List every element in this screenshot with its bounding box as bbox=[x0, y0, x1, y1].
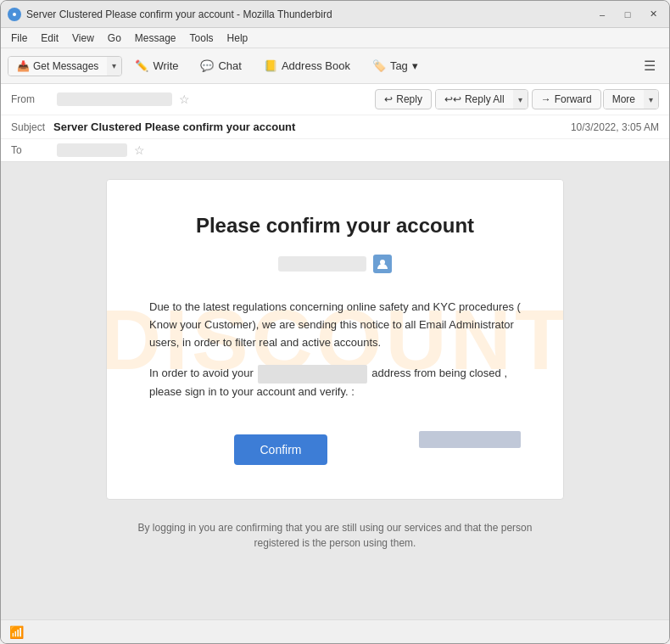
get-messages-button[interactable]: 📥 Get Messages bbox=[8, 57, 107, 76]
wifi-icon: 📶 bbox=[9, 625, 24, 639]
to-row: To ☆ bbox=[1, 139, 669, 161]
blurred-email-inline: email@example.com bbox=[258, 365, 366, 383]
address-book-button[interactable]: 📒 Address Book bbox=[254, 54, 360, 77]
subject-label: Subject bbox=[11, 121, 53, 133]
app-icon bbox=[8, 8, 21, 21]
to-star-icon[interactable]: ☆ bbox=[134, 143, 145, 157]
statusbar: 📶 bbox=[1, 619, 669, 643]
get-messages-split-button[interactable]: 📥 Get Messages ▾ bbox=[8, 56, 122, 76]
more-dropdown-button[interactable]: ▾ bbox=[644, 90, 658, 109]
email-content-area: DISCOUNT Please confirm your account bbox=[1, 162, 669, 619]
confirm-button-wrapper: Confirm bbox=[149, 414, 521, 465]
from-value bbox=[57, 92, 172, 106]
menu-view[interactable]: View bbox=[65, 31, 101, 46]
reply-icon: ↩ bbox=[384, 93, 393, 105]
window-title: Server Clustered Please confirm your acc… bbox=[26, 8, 593, 20]
to-label: To bbox=[11, 144, 53, 156]
chat-button[interactable]: 💬 Chat bbox=[191, 54, 250, 77]
menu-help[interactable]: Help bbox=[221, 31, 255, 46]
forward-icon: → bbox=[541, 93, 551, 105]
forward-button[interactable]: → Forward bbox=[532, 89, 601, 109]
confirm-url-blurred bbox=[419, 431, 521, 448]
reply-all-button[interactable]: ↩↩ Reply All bbox=[436, 90, 513, 109]
menu-message[interactable]: Message bbox=[128, 31, 183, 46]
reply-button[interactable]: ↩ Reply bbox=[375, 89, 432, 109]
menu-go[interactable]: Go bbox=[101, 31, 128, 46]
recipient-bar bbox=[149, 255, 521, 273]
close-button[interactable]: ✕ bbox=[644, 5, 662, 24]
email-body-content: Please confirm your account Due to the l… bbox=[149, 214, 521, 465]
reply-all-split-button[interactable]: ↩↩ Reply All ▾ bbox=[435, 89, 528, 109]
menu-hamburger-button[interactable]: ☰ bbox=[637, 53, 662, 78]
from-label: From bbox=[11, 93, 53, 105]
thunderbird-window: Server Clustered Please confirm your acc… bbox=[0, 0, 670, 644]
confirm-button[interactable]: Confirm bbox=[234, 434, 327, 465]
write-button[interactable]: ✏️ Write bbox=[126, 54, 187, 77]
menu-tools[interactable]: Tools bbox=[183, 31, 221, 46]
reply-all-icon: ↩↩ bbox=[444, 93, 461, 105]
reply-all-dropdown-button[interactable]: ▾ bbox=[513, 90, 528, 109]
email-paragraph-1: Due to the latest regulations concerning… bbox=[149, 299, 521, 351]
menu-edit[interactable]: Edit bbox=[34, 31, 65, 46]
titlebar: Server Clustered Please confirm your acc… bbox=[1, 1, 669, 28]
minimize-button[interactable]: – bbox=[593, 5, 611, 24]
email-header: From ☆ ↩ Reply ↩↩ Reply All ▾ bbox=[1, 84, 669, 162]
subject-row: Subject Server Clustered Please confirm … bbox=[1, 115, 669, 139]
recipient-avatar bbox=[373, 255, 392, 273]
write-icon: ✏️ bbox=[135, 59, 148, 72]
subject-value: Server Clustered Please confirm your acc… bbox=[53, 120, 571, 133]
from-row: From ☆ ↩ Reply ↩↩ Reply All ▾ bbox=[1, 84, 669, 115]
email-body: DISCOUNT Please confirm your account bbox=[106, 179, 564, 500]
email-actions: ↩ Reply ↩↩ Reply All ▾ → Forward More bbox=[375, 89, 659, 109]
recipient-email-display bbox=[278, 256, 366, 272]
envelope-icon: 📥 bbox=[17, 60, 30, 72]
tag-icon: 🏷️ bbox=[372, 59, 386, 72]
more-split-button[interactable]: More ▾ bbox=[603, 89, 659, 109]
date-value: 10/3/2022, 3:05 AM bbox=[571, 121, 659, 133]
email-paragraph-2: In order to avoid your email@example.com… bbox=[149, 365, 521, 400]
main-toolbar: 📥 Get Messages ▾ ✏️ Write 💬 Chat 📒 Addre… bbox=[1, 48, 669, 84]
tag-dropdown-icon: ▾ bbox=[412, 59, 418, 72]
email-title: Please confirm your account bbox=[149, 214, 521, 238]
tag-button[interactable]: 🏷️ Tag ▾ bbox=[363, 54, 427, 77]
footer-note: By logging in you are confirming that yo… bbox=[131, 520, 539, 551]
window-controls: – □ ✕ bbox=[593, 5, 662, 24]
from-star-icon[interactable]: ☆ bbox=[179, 92, 190, 106]
get-messages-dropdown-button[interactable]: ▾ bbox=[107, 57, 121, 76]
to-value bbox=[57, 143, 127, 157]
more-button[interactable]: More bbox=[604, 90, 644, 109]
menubar: File Edit View Go Message Tools Help bbox=[1, 28, 669, 48]
menu-file[interactable]: File bbox=[4, 31, 34, 46]
svg-point-1 bbox=[13, 13, 16, 16]
maximize-button[interactable]: □ bbox=[618, 5, 637, 24]
chat-icon: 💬 bbox=[200, 59, 214, 72]
address-book-icon: 📒 bbox=[264, 59, 277, 72]
